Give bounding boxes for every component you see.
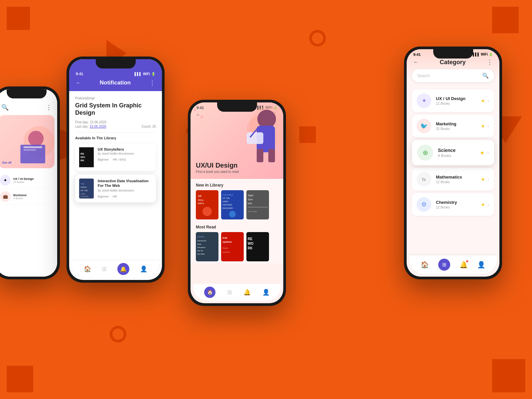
p1-cat-uxui[interactable]: ✦ UX / UI Design 12 Books: [0, 172, 53, 189]
grid-nav-button-p4[interactable]: ⊞: [438, 259, 450, 271]
phone4-notch: [433, 49, 473, 59]
svg-text:Raster: Raster: [222, 247, 228, 249]
phone4-time: 9:41: [413, 53, 421, 57]
search-bar[interactable]: Search 🔍: [412, 69, 494, 82]
cat-marketing[interactable]: 🐦 Marketing 32 Books ★ ›: [412, 115, 494, 137]
cat-chemistry-name: Chemistry: [436, 200, 481, 205]
phone-1-frame: 🔍 ⋮ See all ✦: [0, 86, 60, 279]
svg-rect-37: [248, 207, 268, 207]
grid-nav-icon-p3[interactable]: ⊞: [227, 289, 232, 296]
star-icon-science[interactable]: ★: [480, 150, 484, 156]
signal-icon: ▌▌▌: [135, 72, 142, 76]
svg-text:THE FABLE: THE FABLE: [222, 194, 233, 196]
svg-text:WO: WO: [80, 156, 85, 159]
count-label: Count: 25: [142, 125, 156, 128]
p1-cat-business[interactable]: 💼 Business 8 Books: [0, 189, 53, 205]
svg-text:RK: RK: [80, 159, 84, 162]
back-arrow-icon[interactable]: ←: [76, 80, 81, 86]
cat-science[interactable]: ⊕ Science 8 Books ★ ›: [412, 140, 494, 165]
phone4-page-title: Category: [440, 59, 466, 66]
deco-circle-bottom: [110, 326, 126, 342]
cat-chemistry-count: 12 Books: [436, 205, 481, 209]
svg-text:WO: WO: [248, 242, 253, 245]
most-read-2[interactable]: Grid systems Raster systeme: [221, 232, 244, 261]
hero-subtitle: Find a book you want to read: [196, 170, 239, 174]
home-nav-icon-p4[interactable]: 🏠: [421, 261, 429, 269]
user-nav-icon-p4[interactable]: 👤: [477, 261, 485, 269]
phone4-back-icon[interactable]: ←: [413, 59, 419, 65]
bell-nav-button[interactable]: 🔔: [117, 263, 129, 275]
most-read-1[interactable]: GRADED Interactive Data Visualiza- tion …: [196, 232, 218, 261]
notification-badge: [466, 260, 468, 263]
svg-text:Visualiza-: Visualiza-: [197, 246, 206, 248]
book2-level: Biginner: [98, 195, 109, 198]
book-thumb-2[interactable]: THE FABLE OF THE USER- CENTRED DESIGNER: [221, 190, 244, 219]
most-read-3[interactable]: RE WO RK: [246, 232, 269, 261]
cat-marketing-name: Marketing: [436, 121, 481, 126]
phone-3-frame: 9:41 ▌▌▌ WiFi 🔋 ← ⋮ UX/UI Design Find a …: [188, 100, 286, 306]
svg-text:CENTRED: CENTRED: [80, 196, 89, 198]
cat-uxui-name: UX / UI Design: [436, 96, 481, 101]
star-icon-marketing[interactable]: ★: [481, 123, 485, 129]
deco-circle-top: [309, 30, 326, 47]
most-read-label: Most Read: [196, 225, 278, 229]
cat-math[interactable]: fx Mathematics 12 Books ★ ›: [412, 168, 494, 191]
svg-text:UX: UX: [198, 195, 202, 198]
svg-rect-19: [247, 132, 263, 144]
user-nav-icon-p3[interactable]: 👤: [262, 289, 270, 296]
wifi-icon: WiFi: [143, 72, 150, 76]
see-all-button[interactable]: See all: [2, 161, 12, 164]
book-thumb-3[interactable]: Signs Sym- bols Their Design: [246, 190, 269, 219]
svg-text:OF THE: OF THE: [80, 190, 88, 192]
svg-text:RE: RE: [248, 237, 252, 241]
more-icon[interactable]: ⋮: [46, 104, 52, 111]
chevron-icon-math[interactable]: ›: [488, 177, 489, 182]
available-title: Available In The Library: [75, 136, 156, 140]
svg-text:RK: RK: [248, 246, 253, 250]
grid-nav-icon[interactable]: ⊞: [102, 265, 107, 273]
svg-text:Interactive: Interactive: [197, 240, 206, 242]
search-placeholder: Search: [417, 73, 430, 78]
user-nav-icon[interactable]: 👤: [140, 265, 147, 273]
book2-title: Interactive Data Visualisation For The W…: [98, 179, 152, 188]
search-icon[interactable]: 🔍: [1, 104, 9, 111]
svg-text:OF THE: OF THE: [222, 197, 230, 199]
phone3-bottom-nav: 🏠 ⊞ 🔔 👤: [193, 284, 281, 301]
star-icon-uxui[interactable]: ★: [481, 98, 485, 103]
new-in-library-label: New In Library: [196, 183, 278, 188]
svg-text:DESIGNER: DESIGNER: [222, 207, 233, 209]
home-nav-button[interactable]: 🏠: [204, 287, 215, 298]
book-card-1[interactable]: RE WO RK UX Storytellers by Josef Müller…: [75, 143, 156, 171]
cat-chemistry[interactable]: ⚙ Chemistry 12 Books ★ ›: [412, 193, 494, 216]
star-icon-math[interactable]: ★: [481, 177, 485, 182]
star-icon-chemistry[interactable]: ★: [481, 202, 485, 207]
phone2-bottom-nav: 🏠 ⊞ 🔔 👤: [72, 261, 159, 277]
phone4-more-icon[interactable]: ⋮: [487, 59, 493, 66]
book-thumb-1[interactable]: UX Story- tellers: [196, 190, 218, 219]
book1-title: UX Storytellers: [98, 147, 152, 151]
phone3-notch: [217, 102, 257, 112]
search-icon-p4[interactable]: 🔍: [482, 72, 489, 79]
more-dots-icon[interactable]: ⋮: [149, 79, 155, 86]
svg-point-15: [257, 110, 276, 128]
chevron-icon-chemistry[interactable]: ›: [488, 202, 489, 207]
chevron-icon-science[interactable]: ›: [487, 150, 489, 156]
section-label: Prekoračenje: [75, 96, 156, 100]
cat-math-name: Mathematics: [436, 175, 481, 180]
book-card-2[interactable]: THE FABLE OF THE USER- CENTRED Interacti…: [75, 175, 156, 202]
svg-text:the Web: the Web: [197, 253, 205, 255]
chevron-icon-uxui[interactable]: ›: [488, 98, 489, 103]
phone2-time: 9:41: [76, 72, 83, 76]
bell-nav-icon-p3[interactable]: 🔔: [243, 289, 251, 296]
cat-uxui-count: 12 Books: [436, 102, 481, 105]
svg-text:Data: Data: [197, 243, 201, 245]
phone3-back-icon[interactable]: ←: [196, 112, 200, 117]
chevron-icon-marketing[interactable]: ›: [488, 123, 489, 129]
cat-uxui[interactable]: ✦ UX / UI Design 12 Books ★ ›: [412, 89, 494, 112]
book2-author: by Josef Müller-Brockmann: [98, 189, 152, 192]
home-nav-icon[interactable]: 🏠: [84, 265, 91, 273]
svg-text:Signs: Signs: [248, 194, 254, 197]
svg-rect-3: [24, 146, 42, 148]
deco-rect-bottom-l: [7, 366, 33, 392]
category-list: ✦ UX / UI Design 12 Books ★ › 🐦 Marketin…: [407, 87, 499, 245]
